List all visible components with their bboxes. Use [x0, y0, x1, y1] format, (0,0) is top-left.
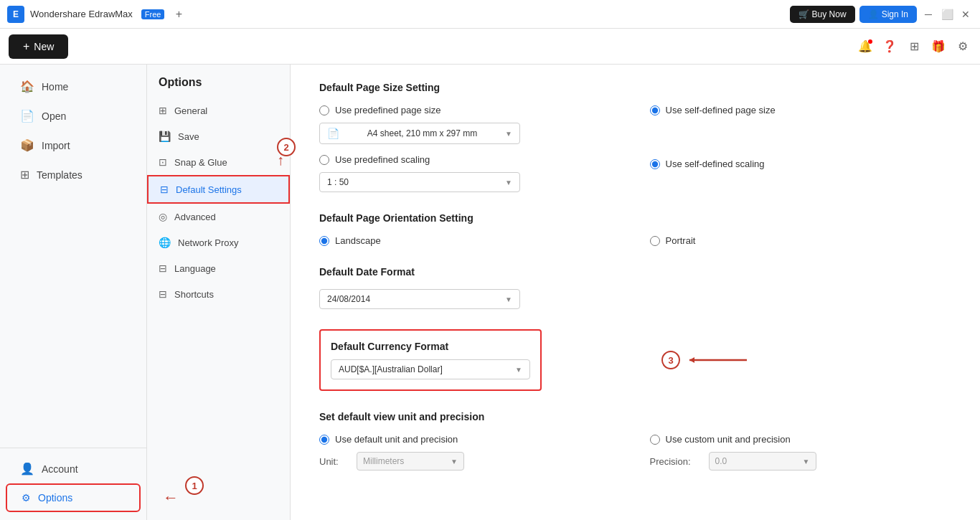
options-panel: Options ⊞ General 💾 Save ⊡ Snap & Glue ⊟…: [147, 65, 291, 520]
date-format-title: Default Date Format: [319, 266, 951, 278]
page-size-left: Use predefined page size 📄 A4 sheet, 210…: [319, 105, 621, 192]
self-defined-size-row: Use self-defined page size: [650, 105, 952, 115]
self-defined-size-radio[interactable]: [650, 105, 660, 115]
options-item-snap-glue[interactable]: ⊡ Snap & Glue: [147, 149, 290, 175]
currency-select[interactable]: AUD[$A.][Australian Dollar] ▼: [331, 359, 530, 379]
sidebar-options-label: Options: [38, 492, 72, 504]
close-button[interactable]: ✕: [958, 7, 973, 22]
notification-dot: [868, 39, 872, 44]
predefined-scaling-radio[interactable]: [319, 155, 329, 165]
unit-title: Set default view unit and precision: [319, 411, 951, 422]
options-item-general[interactable]: ⊞ General: [147, 98, 290, 123]
sidebar-item-open[interactable]: 📄 Open: [6, 102, 141, 130]
unit-right: Use custom unit and precision Precision:…: [650, 434, 952, 471]
page-size-section: Default Page Size Setting Use predefined…: [319, 82, 951, 192]
help-icon[interactable]: ❓: [881, 38, 898, 55]
unit-row: Unit: Millimeters ▼: [319, 452, 621, 471]
app-logo: E: [7, 6, 24, 23]
options-panel-title: Options: [147, 76, 290, 98]
precision-field-label: Precision:: [650, 456, 700, 467]
currency-title: Default Currency Format: [331, 341, 530, 352]
portrait-col: Portrait: [650, 235, 952, 246]
self-defined-scaling-radio[interactable]: [650, 159, 660, 169]
scaling-select[interactable]: 1 : 50 ▼: [319, 172, 520, 192]
orientation-options: Landscape Portrait: [319, 235, 951, 246]
sidebar-item-templates[interactable]: ⊞ Templates: [6, 161, 141, 189]
options-snap-label: Snap & Glue: [174, 157, 227, 168]
predefined-size-select[interactable]: 📄 A4 sheet, 210 mm x 297 mm ▼: [319, 123, 520, 144]
advanced-icon: ◎: [159, 211, 167, 222]
sidebar-templates-label: Templates: [37, 169, 83, 181]
account-icon: 👤: [20, 462, 34, 476]
main-content: Default Page Size Setting Use predefined…: [291, 65, 980, 520]
default-unit-label: Use default unit and precision: [335, 434, 458, 445]
predefined-size-label: Use predefined page size: [335, 105, 440, 115]
options-shortcuts-label: Shortcuts: [174, 289, 214, 300]
sidebar-item-options[interactable]: ⚙ Options: [6, 483, 141, 512]
options-item-advanced[interactable]: ◎ Advanced: [147, 204, 290, 230]
language-icon: ⊟: [159, 263, 167, 274]
precision-value: 0.0: [715, 456, 727, 466]
options-advanced-label: Advanced: [174, 212, 216, 222]
options-item-network-proxy[interactable]: 🌐 Network Proxy: [147, 230, 290, 255]
predefined-size-radio[interactable]: [319, 105, 329, 115]
title-bar-right: 🛒 Buy Now 👤 Sign In ─ ⬜ ✕: [790, 6, 973, 23]
options-item-shortcuts[interactable]: ⊟ Shortcuts: [147, 281, 290, 307]
sign-in-button[interactable]: 👤 Sign In: [859, 6, 917, 23]
app-title: Wondershare EdrawMax: [30, 9, 133, 19]
predefined-size-row: Use predefined page size: [319, 105, 621, 115]
currency-value: AUD[$A.][Australian Dollar]: [339, 364, 443, 374]
unit-value: Millimeters: [363, 456, 404, 466]
date-format-select[interactable]: 24/08/2014 ▼: [319, 289, 520, 309]
main-layout: 🏠 Home 📄 Open 📦 Import ⊞ Templates 👤 Acc…: [0, 65, 980, 520]
unit-options: Use default unit and precision Unit: Mil…: [319, 434, 951, 471]
landscape-label: Landscape: [335, 235, 381, 246]
page-size-title: Default Page Size Setting: [319, 82, 951, 93]
predefined-scaling-row: Use predefined scaling 1 : 50 ▼: [319, 154, 621, 192]
default-settings-container: ⊟ Default Settings ↑ 2: [147, 175, 290, 204]
options-gear-icon: ⚙: [22, 492, 31, 504]
snap-glue-icon: ⊡: [159, 156, 167, 168]
options-item-default-settings[interactable]: ⊟ Default Settings: [147, 175, 290, 204]
landscape-col: Landscape: [319, 235, 621, 246]
minimize-button[interactable]: ─: [921, 7, 936, 22]
sidebar-item-import[interactable]: 📦 Import: [6, 131, 141, 159]
orientation-title: Default Page Orientation Setting: [319, 212, 951, 224]
new-tab-button[interactable]: +: [170, 6, 187, 23]
date-format-value: 24/08/2014: [327, 294, 370, 304]
currency-annotation: 3: [661, 351, 750, 369]
custom-unit-radio[interactable]: [650, 435, 660, 445]
grid-icon[interactable]: ⊞: [905, 38, 923, 55]
network-proxy-icon: 🌐: [159, 237, 171, 248]
toolbar: + New 🔔 ❓ ⊞ 🎁 ⚙: [0, 29, 980, 65]
user-icon: 👤: [868, 9, 879, 19]
self-defined-scaling-row: Use self-defined scaling: [650, 159, 952, 169]
sidebar-import-label: Import: [42, 140, 70, 151]
options-save-label: Save: [178, 131, 199, 142]
gift-icon[interactable]: 🎁: [930, 38, 947, 55]
free-badge: Free: [141, 9, 165, 19]
portrait-radio[interactable]: [650, 236, 660, 246]
default-unit-radio[interactable]: [319, 435, 329, 445]
precision-chevron-icon: ▼: [803, 458, 810, 465]
sidebar-item-account[interactable]: 👤 Account: [6, 455, 141, 483]
buy-now-button[interactable]: 🛒 Buy Now: [790, 6, 855, 23]
options-general-label: General: [174, 105, 207, 116]
maximize-button[interactable]: ⬜: [940, 7, 954, 22]
unit-section: Set default view unit and precision Use …: [319, 411, 951, 471]
unit-value-select[interactable]: Millimeters ▼: [357, 452, 464, 471]
settings-icon[interactable]: ⚙: [954, 38, 971, 55]
options-item-save[interactable]: 💾 Save: [147, 123, 290, 149]
sidebar-item-home[interactable]: 🏠 Home: [6, 72, 141, 100]
options-default-label: Default Settings: [176, 184, 242, 195]
page-size-options: Use predefined page size 📄 A4 sheet, 210…: [319, 105, 951, 192]
new-button[interactable]: + New: [9, 34, 68, 59]
notification-icon[interactable]: 🔔: [857, 38, 874, 55]
scaling-value: 1 : 50: [327, 177, 349, 187]
precision-value-select[interactable]: 0.0 ▼: [709, 452, 816, 471]
options-item-language[interactable]: ⊟ Language: [147, 255, 290, 281]
home-icon: 🏠: [20, 80, 34, 93]
portrait-label: Portrait: [666, 235, 696, 246]
precision-row: Precision: 0.0 ▼: [650, 452, 952, 471]
landscape-radio[interactable]: [319, 236, 329, 246]
